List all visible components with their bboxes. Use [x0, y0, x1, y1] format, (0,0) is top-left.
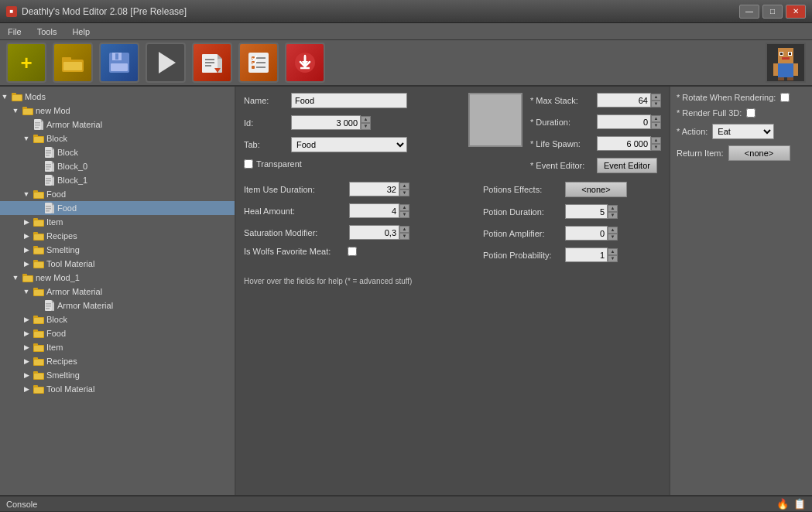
event-editor-button[interactable]: Event Editor: [597, 158, 657, 173]
item-use-up[interactable]: ▲: [399, 183, 409, 189]
duration-down[interactable]: ▼: [651, 122, 661, 129]
action-select[interactable]: Eat Drink None: [712, 124, 774, 139]
sidebar-item-food-folder-1[interactable]: ▼Food: [0, 187, 235, 201]
saturation-down[interactable]: ▼: [399, 233, 409, 240]
potion-duration-down[interactable]: ▼: [608, 212, 618, 219]
sidebar-item-mods[interactable]: ▼Mods: [0, 90, 235, 104]
sidebar-item-armor-material-2[interactable]: ▼Armor Material: [0, 285, 235, 299]
max-stack-up[interactable]: ▲: [651, 94, 661, 101]
save-button[interactable]: [99, 43, 139, 83]
sidebar-item-tool-material-1[interactable]: ▶Tool Material: [0, 257, 235, 271]
add-button[interactable]: +: [6, 43, 46, 83]
wolfs-checkbox[interactable]: [348, 247, 357, 256]
id-down-arrow[interactable]: ▼: [361, 123, 371, 130]
console-copy-button[interactable]: 📋: [793, 498, 806, 510]
return-item-button[interactable]: <none>: [728, 145, 790, 161]
export-button[interactable]: [192, 43, 232, 83]
svg-rect-33: [773, 63, 778, 76]
sidebar-item-tool-material-2[interactable]: ▶Tool Material: [0, 382, 235, 396]
sidebar-item-armor-material-1[interactable]: Armor Material: [0, 118, 235, 131]
sidebar-item-item-folder-1[interactable]: ▶Item: [0, 215, 235, 229]
item-use-input[interactable]: [349, 182, 399, 196]
svg-rect-47: [35, 125, 40, 126]
tree-label: Block_1: [57, 176, 87, 185]
svg-rect-72: [34, 193, 43, 198]
minimize-button[interactable]: —: [739, 5, 759, 19]
id-row: Id: ▲ ▼: [244, 115, 461, 130]
folder-icon: [33, 369, 45, 381]
svg-rect-66: [52, 177, 54, 186]
transparent-row: Transparent: [244, 159, 461, 169]
sidebar-item-recipes-folder-2[interactable]: ▶Recipes: [0, 354, 235, 368]
life-spawn-up[interactable]: ▲: [651, 137, 661, 144]
life-spawn-down[interactable]: ▼: [651, 144, 661, 151]
download-button[interactable]: [285, 43, 325, 83]
file-icon: [43, 202, 56, 214]
sidebar-item-block-1[interactable]: Block: [0, 145, 235, 159]
saturation-up[interactable]: ▲: [399, 226, 409, 233]
tree-label: Tool Material: [46, 384, 94, 394]
potion-duration-input[interactable]: [565, 204, 608, 219]
sidebar-item-food-file-1[interactable]: Food: [0, 201, 235, 215]
sidebar-item-food-folder-2[interactable]: ▶Food: [0, 326, 235, 340]
potion-effects-row: Potions Effects: <none>: [483, 182, 661, 197]
close-button[interactable]: ✕: [786, 5, 806, 19]
svg-marker-8: [218, 54, 222, 59]
sidebar-item-new-mod-1[interactable]: ▼new Mod_1: [0, 271, 235, 285]
open-button[interactable]: [53, 43, 93, 83]
sidebar-item-armor-material-file-2[interactable]: Armor Material: [0, 299, 235, 312]
id-up-arrow[interactable]: ▲: [361, 116, 371, 123]
console-clear-button[interactable]: 🔥: [776, 498, 789, 510]
return-item-row: Return Item: <none>: [677, 145, 812, 161]
heal-down[interactable]: ▼: [399, 211, 409, 218]
sidebar-item-block-folder-1[interactable]: ▼Block: [0, 131, 235, 145]
sidebar-item-smelting-folder-1[interactable]: ▶Smelting: [0, 243, 235, 257]
duration-up[interactable]: ▲: [651, 115, 661, 122]
rotate-checkbox[interactable]: [780, 93, 790, 102]
checklist-button[interactable]: [238, 43, 279, 83]
title-buttons[interactable]: — □ ✕: [739, 5, 806, 19]
svg-rect-78: [46, 210, 50, 212]
menu-help[interactable]: Help: [67, 26, 94, 38]
potion-probability-up[interactable]: ▲: [608, 248, 618, 255]
sidebar-item-new-mod[interactable]: ▼new Mod: [0, 104, 235, 118]
menu-file[interactable]: File: [3, 26, 26, 38]
potion-probability-input[interactable]: [565, 247, 608, 262]
name-input[interactable]: [291, 93, 407, 108]
duration-input[interactable]: [597, 114, 651, 129]
id-input[interactable]: [291, 115, 361, 130]
svg-rect-42: [23, 109, 33, 114]
sidebar-item-recipes-folder-1[interactable]: ▶Recipes: [0, 229, 235, 243]
max-stack-input[interactable]: [597, 93, 651, 108]
tab-select[interactable]: Food Combat Tools Decoration Misc: [291, 137, 407, 152]
maximize-button[interactable]: □: [762, 5, 783, 19]
menu-tools[interactable]: Tools: [33, 26, 62, 38]
potion-effects-button[interactable]: <none>: [565, 182, 627, 197]
sidebar-item-smelting-folder-2[interactable]: ▶Smelting: [0, 368, 235, 382]
sidebar-item-block-0[interactable]: Block_0: [0, 159, 235, 173]
potion-probability-down[interactable]: ▼: [608, 255, 618, 262]
potion-duration-up[interactable]: ▲: [608, 205, 618, 212]
saturation-input[interactable]: [349, 225, 399, 240]
potion-amplifier-down[interactable]: ▼: [608, 234, 618, 241]
potion-amplifier-up[interactable]: ▲: [608, 227, 618, 234]
sidebar-item-block-1b[interactable]: Block_1: [0, 173, 235, 187]
transparent-checkbox[interactable]: [244, 159, 253, 169]
sidebar-item-item-folder-2[interactable]: ▶Item: [0, 340, 235, 354]
folder-icon: [33, 230, 45, 242]
tree-label: Block: [46, 315, 67, 324]
play-button[interactable]: [146, 43, 186, 83]
folder-icon: [33, 132, 45, 145]
life-spawn-input[interactable]: [597, 136, 651, 151]
item-use-down[interactable]: ▼: [399, 189, 409, 196]
svg-rect-55: [46, 150, 51, 152]
heal-up[interactable]: ▲: [399, 204, 409, 211]
tree-expand-icon: [33, 203, 42, 213]
heal-amount-input[interactable]: [349, 203, 399, 218]
svg-rect-18: [256, 62, 266, 63]
render-full-checkbox[interactable]: [746, 108, 755, 118]
max-stack-down[interactable]: ▼: [651, 101, 661, 108]
potion-amplifier-input[interactable]: [565, 226, 608, 241]
sidebar-item-block-folder-2[interactable]: ▶Block: [0, 312, 235, 326]
svg-rect-96: [34, 290, 43, 295]
